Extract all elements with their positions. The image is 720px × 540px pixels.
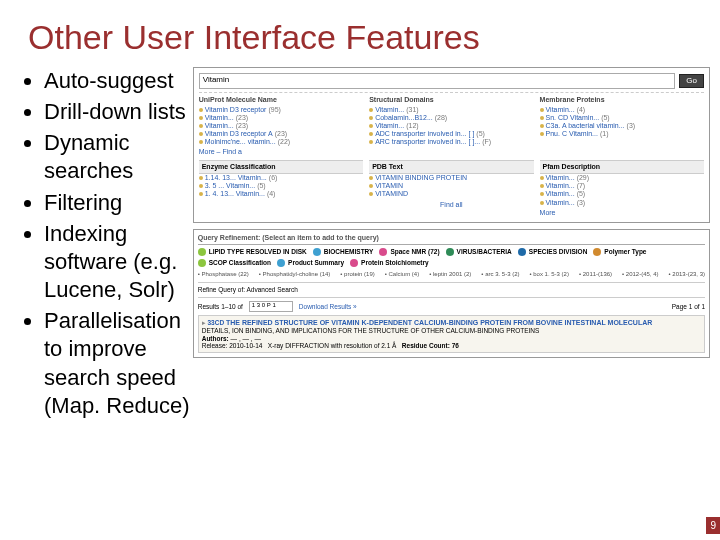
- bullet-item: Drill-down lists: [44, 98, 193, 126]
- filter-tag[interactable]: SPECIES DIVISION: [518, 248, 588, 256]
- bullet-item: Parallelisation to improve search speed …: [44, 307, 193, 420]
- col-header-membrane: Membrane Proteins: [540, 96, 704, 104]
- drill-down-item[interactable]: Molnimc'ne... vitamin... (22): [199, 138, 363, 146]
- authors-label: Authors:: [202, 335, 229, 342]
- sub-item[interactable]: • Phosphatase (22): [198, 271, 249, 278]
- drill-down-item[interactable]: ADC transporter involved in... [ ] (5): [369, 130, 533, 138]
- results-label: Results 1–10 of: [198, 303, 243, 310]
- filter-tag[interactable]: SCOP Classification: [198, 259, 271, 267]
- drill-down-item[interactable]: ARC transporter involved in... [ ]... (F…: [369, 138, 533, 146]
- more-link[interactable]: More: [540, 209, 704, 217]
- col-header-domains: Structural Domains: [369, 96, 533, 104]
- bullet-item: Auto-suggest: [44, 67, 193, 95]
- sub-item[interactable]: • 2012-(45, 4): [622, 271, 658, 278]
- sub-item[interactable]: • Calcium (4): [385, 271, 419, 278]
- drill-down-item[interactable]: Vitamin D3 receptor A (23): [199, 130, 363, 138]
- col-header-enzyme: Enzyme Classification: [199, 160, 363, 174]
- search-input[interactable]: Vitamin: [199, 73, 676, 89]
- sub-item[interactable]: • leptin 2001 (2): [429, 271, 471, 278]
- slide-title: Other User Interface Features: [0, 0, 720, 67]
- filter-tag[interactable]: Space NMR (72): [379, 248, 439, 256]
- filter-tag[interactable]: VIRUS/BACTERIA: [446, 248, 512, 256]
- sub-item[interactable]: • 2013-(23, 3): [669, 271, 705, 278]
- figure-refine-ui: Query Refinement: (Select an item to add…: [193, 229, 710, 359]
- bullet-item: Dynamic searches: [44, 129, 193, 185]
- sub-item[interactable]: • protein (19): [340, 271, 374, 278]
- drill-down-item[interactable]: Vitamin... (31): [369, 106, 533, 114]
- filter-tag[interactable]: BIOCHEMISTRY: [313, 248, 374, 256]
- bullet-item: Indexing software (e.g. Lucene, Solr): [44, 220, 193, 304]
- drill-down-item[interactable]: C3a. A bacterial vitamin... (3): [540, 122, 704, 130]
- more-link[interactable]: More – Find a: [199, 148, 363, 156]
- col-header-pfam: Pfam Description: [540, 160, 704, 174]
- drill-down-item[interactable]: Vitamin... (23): [199, 114, 363, 122]
- drill-down-item[interactable]: 1.14. 13... Vitamin... (6): [199, 174, 363, 182]
- drill-down-item[interactable]: Sn. CD Vitamin... (5): [540, 114, 704, 122]
- result-id[interactable]: 33CD: [208, 319, 225, 326]
- filter-tag[interactable]: Product Summary: [277, 259, 344, 267]
- refine-label: Refine Query of: Advanced Search: [198, 286, 298, 293]
- drill-down-item[interactable]: Vitamin... (12): [369, 122, 533, 130]
- filter-tag[interactable]: Polymer Type: [593, 248, 646, 256]
- find-all-link[interactable]: Find all: [369, 199, 533, 211]
- drill-down-item[interactable]: Vitamin... (3): [540, 199, 704, 207]
- query-box[interactable]: 1 3 0 P 1: [249, 301, 293, 312]
- sub-item[interactable]: • arc 3. 5-3 (2): [481, 271, 519, 278]
- result-subtitle: DETAILS, ION BINDING, AND IMPLICATIONS F…: [202, 327, 701, 334]
- col-header-uniprot: UniProt Molecule Name: [199, 96, 363, 104]
- go-button[interactable]: Go: [679, 74, 704, 87]
- result-card: ▸ 33CD THE REFINED STRUCTURE OF VITAMIN …: [198, 315, 705, 353]
- sub-item[interactable]: • box 1. 5-3 (2): [529, 271, 568, 278]
- drill-down-item[interactable]: Vitamin... (23): [199, 122, 363, 130]
- download-link[interactable]: Download Results »: [299, 303, 357, 310]
- drill-down-item[interactable]: 3. 5 ... Vitamin... (5): [199, 182, 363, 190]
- bullet-list: Auto-suggest Drill-down lists Dynamic se…: [22, 67, 193, 423]
- drill-down-item[interactable]: Vitamin... (29): [540, 174, 704, 182]
- sub-item[interactable]: • 2011-(136): [579, 271, 612, 278]
- refine-header: Query Refinement: (Select an item to add…: [198, 234, 705, 245]
- filter-tag[interactable]: LIPID TYPE RESOLVED IN DISK: [198, 248, 307, 256]
- method-label: X-ray DIFFRACTION with resolution of 2.1…: [268, 342, 397, 349]
- drill-down-item[interactable]: Vitamin D3 receptor (95): [199, 106, 363, 114]
- drill-down-item[interactable]: 1. 4. 13... Vitamin... (4): [199, 190, 363, 198]
- result-title[interactable]: THE REFINED STRUCTURE OF VITAMIN K-DEPEN…: [226, 319, 652, 326]
- drill-down-item[interactable]: Vitamin... (4): [540, 106, 704, 114]
- page-number: 9: [706, 517, 720, 534]
- col-header-pdbtext: PDB Text: [369, 160, 533, 174]
- drill-down-item[interactable]: VITAMIN BINDING PROTEIN: [369, 174, 533, 182]
- drill-down-item[interactable]: Cobalamin...B12... (28): [369, 114, 533, 122]
- drill-down-item[interactable]: Pnu. C Vitamin... (1): [540, 130, 704, 138]
- drill-down-item[interactable]: Vitamin... (5): [540, 190, 704, 198]
- sub-item[interactable]: • Phosphatidyl-choline (14): [259, 271, 330, 278]
- page-label: Page 1 of 1: [672, 303, 705, 310]
- figure-search-ui: Vitamin Go UniProt Molecule Name Vitamin…: [193, 67, 710, 223]
- residue-label: Residue Count: 76: [402, 342, 459, 349]
- bullet-item: Filtering: [44, 189, 193, 217]
- filter-tag[interactable]: Protein Stoichiometry: [350, 259, 429, 267]
- drill-down-item[interactable]: Vitamin... (7): [540, 182, 704, 190]
- release-label: Release: 2010-10-14: [202, 342, 263, 349]
- drill-down-item[interactable]: VITAMIND: [369, 190, 533, 198]
- drill-down-item[interactable]: VITAMIN: [369, 182, 533, 190]
